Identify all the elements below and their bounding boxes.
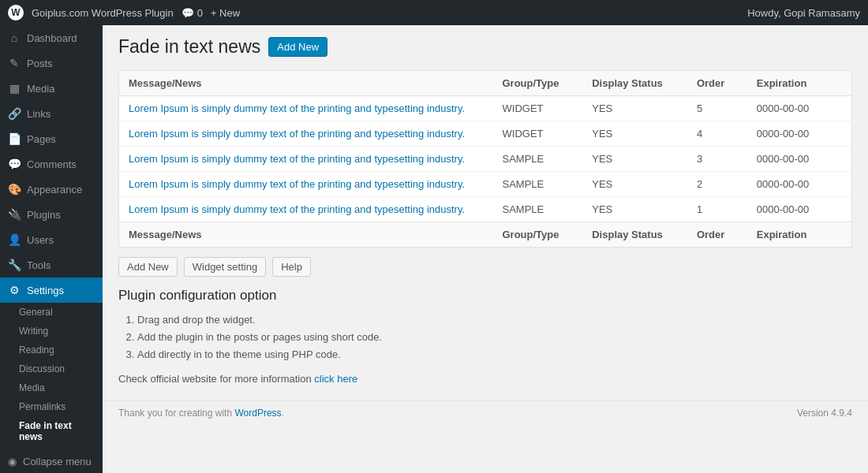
page-title: Fade in text news (118, 36, 260, 58)
cell-message[interactable]: Lorem Ipsum is simply dummy text of the … (119, 121, 493, 147)
appearance-icon: 🎨 (8, 183, 21, 196)
cell-order: 3 (687, 147, 747, 172)
pages-icon: 📄 (8, 132, 21, 145)
footer-credit: Thank you for creating with WordPress. (118, 408, 284, 419)
submenu-item-writing[interactable]: Writing (0, 322, 103, 341)
links-icon: 🔗 (8, 107, 21, 120)
click-here-link[interactable]: click here (314, 373, 357, 385)
cell-expiration: 0000-00-00 (747, 121, 852, 147)
cell-group: WIDGET (493, 96, 583, 121)
sidebar-item-media-label: Media (27, 83, 54, 95)
wordpress-link[interactable]: WordPress (234, 408, 281, 419)
cell-order: 5 (687, 96, 747, 121)
table-row: Lorem Ipsum is simply dummy text of the … (119, 96, 852, 121)
table-nav: Add New Widget setting Help (118, 257, 852, 277)
cell-status: YES (582, 147, 687, 172)
cell-status: YES (582, 197, 687, 222)
sidebar-item-tools[interactable]: 🔧 Tools (0, 252, 103, 277)
new-menu[interactable]: + New (211, 7, 240, 19)
submenu-item-discussion[interactable]: Discussion (0, 359, 103, 378)
table-footer-row: Message/News Group/Type Display Status O… (119, 222, 852, 248)
message-link[interactable]: Lorem Ipsum is simply dummy text of the … (129, 102, 465, 114)
cell-status: YES (582, 121, 687, 147)
sidebar-item-plugins-label: Plugins (27, 209, 61, 221)
message-link[interactable]: Lorem Ipsum is simply dummy text of the … (129, 203, 465, 215)
config-note: Check official website for more informat… (118, 373, 852, 385)
cell-group: SAMPLE (493, 172, 583, 197)
news-table: Message/News Group/Type Display Status O… (118, 70, 852, 248)
sidebar-item-pages[interactable]: 📄 Pages (0, 126, 103, 151)
cell-status: YES (582, 172, 687, 197)
cell-expiration: 0000-00-00 (747, 172, 852, 197)
message-link[interactable]: Lorem Ipsum is simply dummy text of the … (129, 128, 465, 140)
collapse-menu-button[interactable]: ◉ Collapse menu (0, 449, 103, 473)
add-new-button-bottom[interactable]: Add New (118, 257, 178, 277)
config-note-prefix: Check official website for more informat… (118, 373, 312, 385)
submenu-item-permalinks[interactable]: Permalinks (0, 397, 103, 416)
tools-icon: 🔧 (8, 259, 21, 271)
table-body: Lorem Ipsum is simply dummy text of the … (119, 96, 852, 222)
cell-status: YES (582, 96, 687, 121)
cell-order: 1 (687, 197, 747, 222)
collapse-menu-label: Collapse menu (23, 456, 92, 467)
admin-menu: ⌂ Dashboard ✎ Posts ▦ Media 🔗 Links 📄 Pa… (0, 25, 103, 473)
col-header-message: Message/News (119, 71, 493, 96)
sidebar-item-users-label: Users (27, 234, 54, 246)
media-icon: ▦ (8, 82, 21, 95)
submenu-item-reading[interactable]: Reading (0, 341, 103, 359)
sidebar-item-dashboard[interactable]: ⌂ Dashboard (0, 25, 103, 50)
footer-thank-you: Thank you for creating with (118, 408, 232, 419)
col-footer-message: Message/News (119, 222, 493, 248)
footer-version: Version 4.9.4 (797, 408, 852, 419)
sidebar-item-comments-label: Comments (27, 158, 77, 170)
sidebar-item-settings[interactable]: ⚙ Settings (0, 277, 103, 303)
help-button[interactable]: Help (272, 257, 311, 277)
widget-setting-button[interactable]: Widget setting (184, 257, 266, 277)
table-row: Lorem Ipsum is simply dummy text of the … (119, 197, 852, 222)
message-link[interactable]: Lorem Ipsum is simply dummy text of the … (129, 153, 465, 165)
cell-message[interactable]: Lorem Ipsum is simply dummy text of the … (119, 197, 493, 222)
howdy-text: Howdy, Gopi Ramasamy (747, 7, 860, 19)
cell-expiration: 0000-00-00 (747, 96, 852, 121)
site-name[interactable]: Goiplus.com WordPress Plugin (32, 7, 174, 19)
submenu-item-general[interactable]: General (0, 303, 103, 322)
table-row: Lorem Ipsum is simply dummy text of the … (119, 172, 852, 197)
plugin-config-section: Plugin configuration option Drag and dro… (118, 288, 852, 385)
sidebar-item-settings-label: Settings (27, 285, 64, 296)
cell-message[interactable]: Lorem Ipsum is simply dummy text of the … (119, 172, 493, 197)
submenu-item-fade-in-text-news[interactable]: Fade in text news (0, 416, 103, 446)
wp-logo-text: W (11, 7, 20, 18)
sidebar-item-comments[interactable]: 💬 Comments (0, 151, 103, 177)
sidebar-item-posts[interactable]: ✎ Posts (0, 50, 103, 76)
sidebar-item-links[interactable]: 🔗 Links (0, 101, 103, 126)
sidebar-item-users[interactable]: 👤 Users (0, 227, 103, 252)
main-content: Fade in text news Add New Message/News G… (103, 25, 868, 473)
admin-bar: W Goiplus.com WordPress Plugin 💬 0 + New… (0, 0, 868, 25)
posts-icon: ✎ (8, 57, 21, 69)
submenu-item-media[interactable]: Media (0, 378, 103, 397)
sidebar-item-appearance-label: Appearance (27, 184, 82, 196)
comments-count: 0 (197, 7, 203, 19)
table-row: Lorem Ipsum is simply dummy text of the … (119, 121, 852, 147)
wp-logo[interactable]: W (8, 5, 24, 20)
col-header-status: Display Status (582, 71, 687, 96)
cell-message[interactable]: Lorem Ipsum is simply dummy text of the … (119, 96, 493, 121)
sidebar-item-dashboard-label: Dashboard (27, 32, 77, 44)
col-footer-status: Display Status (582, 222, 687, 248)
sidebar-item-plugins[interactable]: 🔌 Plugins (0, 202, 103, 227)
comment-bubble-icon: 💬 (181, 7, 194, 19)
cell-group: SAMPLE (493, 147, 583, 172)
sidebar-item-links-label: Links (27, 108, 51, 120)
sidebar-item-appearance[interactable]: 🎨 Appearance (0, 177, 103, 202)
sidebar-item-media[interactable]: ▦ Media (0, 76, 103, 101)
plugins-icon: 🔌 (8, 208, 21, 221)
comments-link[interactable]: 💬 0 (181, 7, 203, 19)
sidebar-item-posts-label: Posts (27, 58, 53, 69)
message-link[interactable]: Lorem Ipsum is simply dummy text of the … (129, 178, 465, 190)
settings-icon: ⚙ (8, 284, 21, 296)
add-new-button-top[interactable]: Add New (268, 37, 327, 57)
cell-group: WIDGET (493, 121, 583, 147)
cell-message[interactable]: Lorem Ipsum is simply dummy text of the … (119, 147, 493, 172)
col-header-expiration: Expiration (747, 71, 852, 96)
cell-order: 2 (687, 172, 747, 197)
